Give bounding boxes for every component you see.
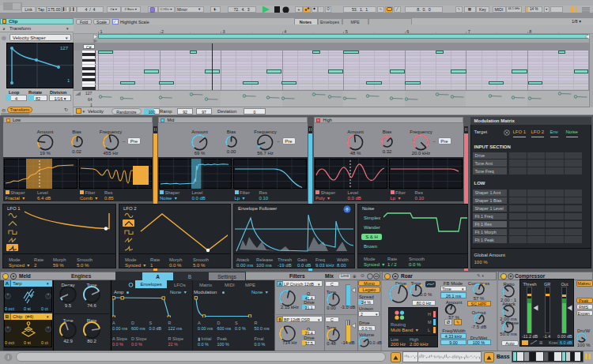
svg-text:i: i	[8, 354, 9, 361]
